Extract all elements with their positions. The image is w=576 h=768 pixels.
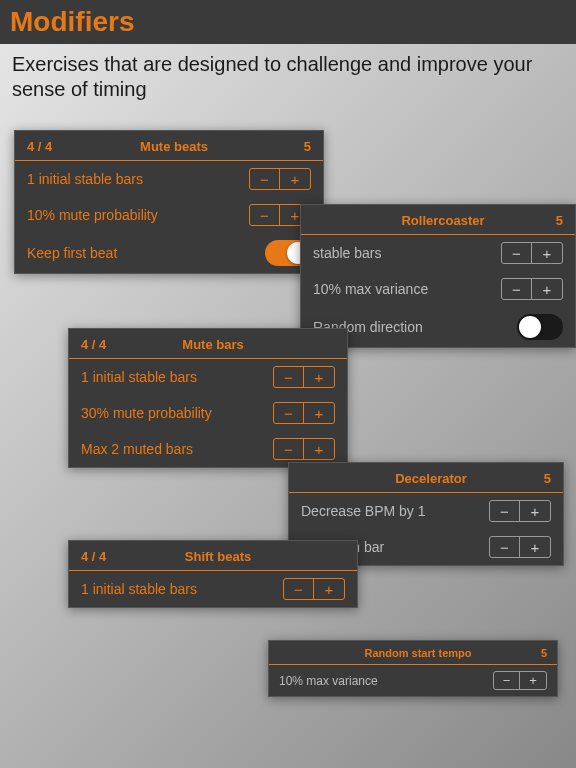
card-shift-beats: 4 / 4 Shift beats 1 initial stable bars …: [68, 540, 358, 608]
toggle-random-direction[interactable]: [517, 314, 563, 340]
row-max-variance: 10% max variance − +: [301, 271, 575, 307]
minus-button[interactable]: −: [250, 205, 280, 225]
card-title: Mute bars: [121, 337, 305, 352]
plus-button[interactable]: +: [520, 537, 550, 557]
plus-button[interactable]: +: [304, 439, 334, 459]
page-subtitle: Exercises that are designed to challenge…: [0, 44, 576, 116]
row-decrease-bpm: Decrease BPM by 1 − +: [289, 493, 563, 529]
card-title: Random start tempo: [319, 647, 517, 659]
stepper-decrease-bpm[interactable]: − +: [489, 500, 551, 522]
row-label: 1 initial stable bars: [81, 581, 197, 597]
time-signature: 4 / 4: [81, 337, 121, 352]
row-stable-bars: 1 initial stable bars − +: [15, 161, 323, 197]
row-mute-probability: 10% mute probability − +: [15, 197, 323, 233]
card-header: Rollercoaster 5: [301, 205, 575, 235]
minus-button[interactable]: −: [274, 403, 304, 423]
stepper-stable-bars[interactable]: − +: [273, 366, 335, 388]
plus-button[interactable]: +: [314, 579, 344, 599]
stepper-mute-prob[interactable]: − +: [273, 402, 335, 424]
stepper-stable-bars[interactable]: − +: [501, 242, 563, 264]
row-stable-bars: stable bars − +: [301, 235, 575, 271]
card-count: 5: [281, 139, 311, 154]
row-stable-bars: 1 initial stable bars − +: [69, 359, 347, 395]
page-title: Modifiers: [10, 6, 566, 38]
toggle-knob: [519, 316, 541, 338]
plus-button[interactable]: +: [532, 243, 562, 263]
row-label: 10% mute probability: [27, 207, 158, 223]
plus-button[interactable]: +: [304, 403, 334, 423]
card-title: Mute beats: [67, 139, 281, 154]
plus-button[interactable]: +: [304, 367, 334, 387]
row-stable-bars: 1 initial stable bars − +: [69, 571, 357, 607]
card-header: Random start tempo 5: [269, 641, 557, 665]
minus-button[interactable]: −: [284, 579, 314, 599]
card-header: 4 / 4 Shift beats: [69, 541, 357, 571]
row-label: 10% max variance: [313, 281, 428, 297]
plus-button[interactable]: +: [280, 169, 310, 189]
card-title: Shift beats: [121, 549, 315, 564]
minus-button[interactable]: −: [502, 243, 532, 263]
card-count: 5: [521, 471, 551, 486]
row-label: 1 initial stable bars: [27, 171, 143, 187]
stepper-stable-bars[interactable]: − +: [283, 578, 345, 600]
card-random-tempo: Random start tempo 5 10% max variance − …: [268, 640, 558, 697]
card-title: Decelerator: [341, 471, 521, 486]
card-title: Rollercoaster: [353, 213, 533, 228]
plus-button[interactable]: +: [520, 501, 550, 521]
stepper-max-muted[interactable]: − +: [273, 438, 335, 460]
row-label: Keep first beat: [27, 245, 117, 261]
card-mute-bars: 4 / 4 Mute bars 1 initial stable bars − …: [68, 328, 348, 468]
row-label: Decrease BPM by 1: [301, 503, 426, 519]
minus-button[interactable]: −: [274, 367, 304, 387]
minus-button[interactable]: −: [490, 501, 520, 521]
header-bar: Modifiers: [0, 0, 576, 44]
minus-button[interactable]: −: [502, 279, 532, 299]
minus-button[interactable]: −: [494, 672, 520, 689]
card-count: 5: [517, 647, 547, 659]
row-label: 10% max variance: [279, 674, 378, 688]
stepper-max-variance[interactable]: − +: [493, 671, 547, 690]
stepper-every-bar[interactable]: − +: [489, 536, 551, 558]
row-mute-probability: 30% mute probability − +: [69, 395, 347, 431]
row-label: stable bars: [313, 245, 381, 261]
card-header: Decelerator 5: [289, 463, 563, 493]
stepper-max-variance[interactable]: − +: [501, 278, 563, 300]
time-signature: 4 / 4: [81, 549, 121, 564]
card-mute-beats: 4 / 4 Mute beats 5 1 initial stable bars…: [14, 130, 324, 274]
plus-button[interactable]: +: [532, 279, 562, 299]
row-keep-first: Keep first beat: [15, 233, 323, 273]
minus-button[interactable]: −: [250, 169, 280, 189]
card-header: 4 / 4 Mute beats 5: [15, 131, 323, 161]
plus-button[interactable]: +: [520, 672, 546, 689]
stepper-stable-bars[interactable]: − +: [249, 168, 311, 190]
card-rollercoaster: Rollercoaster 5 stable bars − + 10% max …: [300, 204, 576, 348]
card-header: 4 / 4 Mute bars: [69, 329, 347, 359]
row-label: Max 2 muted bars: [81, 441, 193, 457]
card-count: 5: [533, 213, 563, 228]
time-signature: 4 / 4: [27, 139, 67, 154]
minus-button[interactable]: −: [490, 537, 520, 557]
row-label: 1 initial stable bars: [81, 369, 197, 385]
row-label: 30% mute probability: [81, 405, 212, 421]
row-max-variance: 10% max variance − +: [269, 665, 557, 696]
minus-button[interactable]: −: [274, 439, 304, 459]
